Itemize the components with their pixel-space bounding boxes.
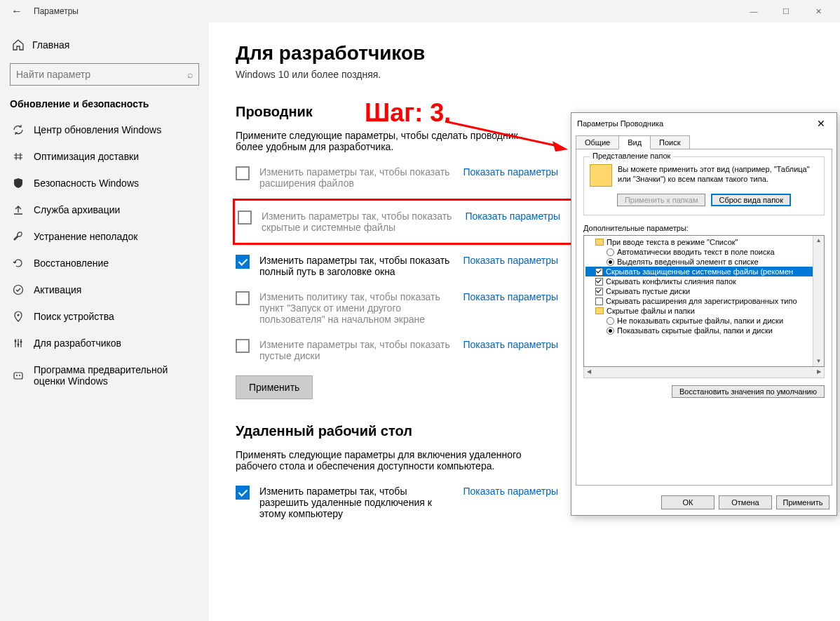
- folder-view-legend: Представление папок: [590, 152, 673, 160]
- explorer-options-dialog: Параметры Проводника ✕ Общие Вид Поиск П…: [571, 112, 837, 516]
- radio-icon: [607, 327, 614, 335]
- sidebar-item-troubleshoot[interactable]: Устранение неполадок: [0, 223, 209, 250]
- sidebar-item-find-device[interactable]: Поиск устройства: [0, 303, 209, 330]
- dialog-apply-button[interactable]: Применить: [776, 495, 829, 509]
- svg-point-1: [18, 314, 20, 316]
- check-circle-icon: [13, 284, 24, 295]
- sliders-icon: [13, 338, 24, 349]
- radio-icon: [607, 248, 614, 256]
- sidebar-item-security[interactable]: Безопасность Windows: [0, 170, 209, 196]
- tree-check-hide-protected[interactable]: Скрывать защищенные системные файлы (рек…: [585, 267, 822, 276]
- radio-icon: [607, 258, 614, 266]
- sidebar-item-backup[interactable]: Служба архивации: [0, 196, 209, 223]
- delivery-icon: [13, 151, 24, 162]
- svg-point-6: [16, 375, 18, 376]
- page-title: Для разработчиков: [236, 42, 813, 65]
- tree-radio[interactable]: Выделять введенный элемент в списке: [585, 257, 822, 267]
- checkbox-icon: [595, 268, 603, 276]
- tree-radio[interactable]: Не показывать скрытые файлы, папки и дис…: [585, 316, 822, 326]
- dialog-tabs: Общие Вид Поиск: [571, 134, 836, 149]
- home-label: Главная: [32, 39, 69, 51]
- opt-full-path: Изменить параметры так, чтобы показать п…: [236, 248, 558, 284]
- sidebar-item-activation[interactable]: Активация: [0, 276, 209, 303]
- close-button[interactable]: ✕: [802, 0, 834, 22]
- checkbox[interactable]: [236, 255, 250, 269]
- svg-point-4: [20, 341, 22, 343]
- opt-rdp: Изменить параметры так, чтобы разрешить …: [236, 479, 558, 526]
- svg-point-2: [15, 340, 17, 342]
- tree-scrollbar-h[interactable]: ◀▶: [583, 367, 825, 378]
- opt-run-as: Изменить политику так, чтобы показать пу…: [236, 284, 558, 332]
- checkbox[interactable]: [236, 339, 250, 353]
- tree-check[interactable]: Скрывать конфликты слияния папок: [585, 276, 822, 286]
- show-settings-link[interactable]: Показать параметры: [463, 486, 558, 497]
- show-settings-link[interactable]: Показать параметры: [465, 211, 560, 222]
- tree-scrollbar-v[interactable]: ▲▼: [813, 236, 824, 366]
- show-settings-link[interactable]: Показать параметры: [463, 166, 558, 178]
- show-settings-link[interactable]: Показать параметры: [463, 255, 558, 266]
- apply-to-folders-button[interactable]: Применить к папкам: [617, 194, 706, 206]
- window-title: Параметры: [28, 6, 79, 16]
- maximize-button[interactable]: ☐: [770, 0, 802, 22]
- radio-icon: [607, 317, 614, 325]
- tab-general[interactable]: Общие: [576, 135, 619, 149]
- svg-rect-5: [14, 373, 22, 379]
- opt-empty-drives: Измените параметры так, чтобы показать п…: [236, 332, 558, 368]
- ok-button[interactable]: ОК: [661, 495, 714, 509]
- checkbox-icon: [595, 278, 603, 286]
- checkbox-icon: [595, 298, 603, 305]
- reset-folders-button[interactable]: Сброс вида папок: [711, 194, 791, 206]
- sidebar-item-insider[interactable]: Программа предварительной оценки Windows: [0, 356, 209, 394]
- dialog-close-button[interactable]: ✕: [811, 118, 831, 129]
- tree-folder[interactable]: При вводе текста в режиме "Список": [585, 237, 822, 247]
- tree-folder[interactable]: Скрытые файлы и папки: [585, 306, 822, 316]
- folder-icon: [595, 239, 604, 246]
- dialog-title: Параметры Проводника: [577, 119, 663, 128]
- folder-view-group: Представление папок Вы можете применить …: [583, 156, 825, 215]
- checkbox[interactable]: [236, 486, 250, 500]
- shield-icon: [13, 178, 24, 189]
- folder-view-text: Вы можете применить этот вид (например, …: [618, 164, 818, 187]
- folder-icon: [590, 164, 612, 187]
- tree-radio[interactable]: Показывать скрытые файлы, папки и диски: [585, 326, 822, 335]
- wrench-icon: [13, 231, 24, 242]
- search-placeholder: Найти параметр: [16, 69, 90, 80]
- tab-view[interactable]: Вид: [618, 135, 651, 149]
- dialog-body: Представление папок Вы можете применить …: [576, 149, 832, 486]
- svg-point-7: [19, 375, 20, 376]
- category-header: Обновление и безопасность: [0, 98, 209, 116]
- tree-radio[interactable]: Автоматически вводить текст в поле поиск…: [585, 247, 822, 257]
- home-icon: [13, 39, 24, 51]
- tree-check[interactable]: Скрывать расширения для зарегистрированн…: [585, 296, 822, 306]
- home-link[interactable]: Главная: [0, 34, 209, 56]
- rdp-description: Применять следующие параметры для включе…: [236, 449, 544, 472]
- sidebar-item-developers[interactable]: Для разработчиков: [0, 330, 209, 356]
- sidebar: Главная Найти параметр ⌕ Обновление и бе…: [0, 22, 209, 621]
- dialog-buttons: ОК Отмена Применить: [571, 490, 836, 515]
- apply-button[interactable]: Применить: [236, 375, 313, 399]
- checkbox[interactable]: [238, 211, 252, 225]
- cancel-button[interactable]: Отмена: [719, 495, 772, 509]
- sync-icon: [13, 124, 24, 135]
- advanced-tree[interactable]: При вводе текста в режиме "Список" Автом…: [583, 235, 825, 367]
- step-annotation: Шаг: 3.: [365, 98, 451, 128]
- sidebar-item-windows-update[interactable]: Центр обновления Windows: [0, 116, 209, 143]
- insider-icon: [13, 370, 24, 381]
- show-settings-link[interactable]: Показать параметры: [463, 291, 558, 302]
- checkbox[interactable]: [236, 291, 250, 305]
- location-icon: [13, 311, 24, 322]
- explorer-description: Примените следующие параметры, чтобы сде…: [236, 130, 544, 152]
- search-input[interactable]: Найти параметр ⌕: [10, 63, 199, 86]
- upload-icon: [13, 204, 24, 215]
- tab-search[interactable]: Поиск: [650, 135, 689, 149]
- dialog-titlebar: Параметры Проводника ✕: [571, 113, 836, 134]
- restore-defaults-button[interactable]: Восстановить значения по умолчанию: [672, 385, 825, 398]
- back-button[interactable]: ←: [6, 5, 28, 18]
- sidebar-item-recovery[interactable]: Восстановление: [0, 250, 209, 276]
- svg-point-0: [14, 286, 23, 295]
- minimize-button[interactable]: ―: [738, 0, 770, 22]
- sidebar-item-delivery[interactable]: Оптимизация доставки: [0, 143, 209, 170]
- tree-check[interactable]: Скрывать пустые диски: [585, 286, 822, 296]
- checkbox[interactable]: [236, 166, 250, 180]
- show-settings-link[interactable]: Показать параметры: [463, 339, 558, 350]
